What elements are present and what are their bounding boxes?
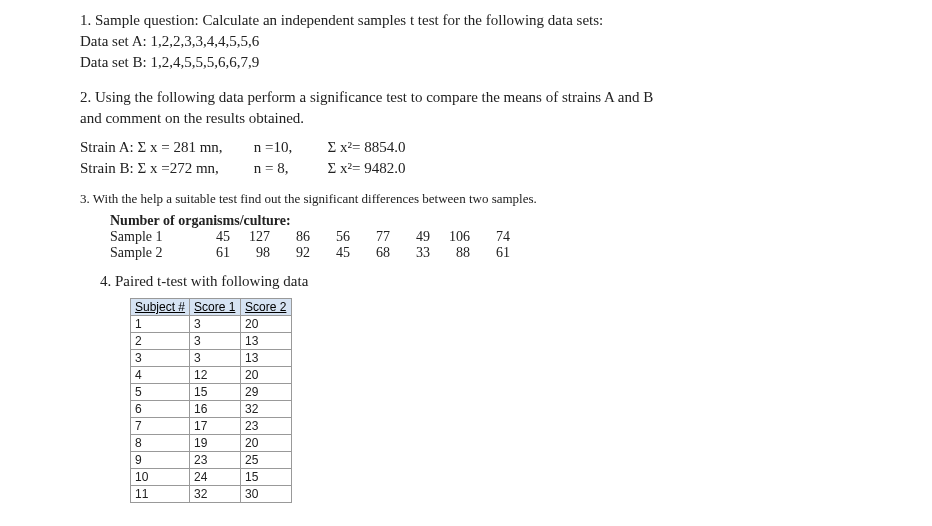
table-cell: 15 bbox=[241, 469, 292, 486]
table-cell: 16 bbox=[190, 401, 241, 418]
sample2-v1: 98 bbox=[230, 245, 270, 261]
strain-a-n: n =10, bbox=[254, 139, 324, 156]
table-cell: 3 bbox=[131, 350, 190, 367]
table-cell: 4 bbox=[131, 367, 190, 384]
table-cell: 5 bbox=[131, 384, 190, 401]
th-subject: Subject # bbox=[131, 299, 190, 316]
sample1-v2: 86 bbox=[270, 229, 310, 245]
sample2-label: Sample 2 bbox=[110, 245, 190, 261]
q4-prompt: 4. Paired t-test with following data bbox=[100, 273, 912, 290]
table-cell: 17 bbox=[190, 418, 241, 435]
question-2: 2. Using the following data perform a si… bbox=[80, 87, 912, 177]
table-cell: 19 bbox=[190, 435, 241, 452]
table-row: 61632 bbox=[131, 401, 292, 418]
sample1-v5: 49 bbox=[390, 229, 430, 245]
table-row: 113230 bbox=[131, 486, 292, 503]
table-cell: 24 bbox=[190, 469, 241, 486]
table-cell: 12 bbox=[190, 367, 241, 384]
table-cell: 3 bbox=[190, 350, 241, 367]
sample2-v4: 68 bbox=[350, 245, 390, 261]
table-cell: 2 bbox=[131, 333, 190, 350]
table-cell: 20 bbox=[241, 435, 292, 452]
sample1-row: Sample 1 45 127 86 56 77 49 106 74 bbox=[110, 229, 912, 245]
table-cell: 7 bbox=[131, 418, 190, 435]
sample1-v1: 127 bbox=[230, 229, 270, 245]
sample1-v0: 45 bbox=[190, 229, 230, 245]
table-cell: 32 bbox=[190, 486, 241, 503]
strain-a-sum: Strain A: Σ x = 281 mn, bbox=[80, 139, 250, 156]
table-cell: 8 bbox=[131, 435, 190, 452]
sample1-v7: 74 bbox=[470, 229, 510, 245]
table-row: 71723 bbox=[131, 418, 292, 435]
sample2-v7: 61 bbox=[470, 245, 510, 261]
table-row: 81920 bbox=[131, 435, 292, 452]
table-row: 3313 bbox=[131, 350, 292, 367]
table-cell: 13 bbox=[241, 350, 292, 367]
sample2-v5: 33 bbox=[390, 245, 430, 261]
table-cell: 20 bbox=[241, 367, 292, 384]
table-cell: 11 bbox=[131, 486, 190, 503]
sample2-v0: 61 bbox=[190, 245, 230, 261]
question-3: 3. With the help a suitable test find ou… bbox=[80, 191, 912, 261]
strain-b-row: Strain B: Σ x =272 mn, n = 8, Σ x²= 9482… bbox=[80, 160, 912, 177]
sample2-v3: 45 bbox=[310, 245, 350, 261]
q3-prompt: 3. With the help a suitable test find ou… bbox=[80, 191, 912, 207]
q1-data-b: Data set B: 1,2,4,5,5,5,6,6,7,9 bbox=[80, 52, 912, 73]
strain-b-n: n = 8, bbox=[254, 160, 324, 177]
strain-b-sumsq: Σ x²= 9482.0 bbox=[328, 160, 406, 177]
sample2-row: Sample 2 61 98 92 45 68 33 88 61 bbox=[110, 245, 912, 261]
question-4: 4. Paired t-test with following data bbox=[100, 273, 912, 290]
strain-a-sumsq: Σ x²= 8854.0 bbox=[328, 139, 406, 156]
strain-b-sum: Strain B: Σ x =272 mn, bbox=[80, 160, 250, 177]
sample1-v3: 56 bbox=[310, 229, 350, 245]
th-score1: Score 1 bbox=[190, 299, 241, 316]
q1-data-a: Data set A: 1,2,2,3,3,4,4,5,5,6 bbox=[80, 31, 912, 52]
table-cell: 13 bbox=[241, 333, 292, 350]
table-row: 2313 bbox=[131, 333, 292, 350]
table-row: 1320 bbox=[131, 316, 292, 333]
table-cell: 3 bbox=[190, 316, 241, 333]
q2-prompt-line2: and comment on the results obtained. bbox=[80, 108, 912, 129]
table-cell: 23 bbox=[241, 418, 292, 435]
table-cell: 15 bbox=[190, 384, 241, 401]
table-cell: 29 bbox=[241, 384, 292, 401]
table-row: 92325 bbox=[131, 452, 292, 469]
q2-prompt-line1: 2. Using the following data perform a si… bbox=[80, 87, 912, 108]
strain-a-row: Strain A: Σ x = 281 mn, n =10, Σ x²= 885… bbox=[80, 139, 912, 156]
paired-table: Subject # Score 1 Score 2 13202313331341… bbox=[130, 298, 292, 503]
question-1: 1. Sample question: Calculate an indepen… bbox=[80, 10, 912, 73]
q3-subheading: Number of organisms/culture: bbox=[110, 213, 912, 229]
sample1-v4: 77 bbox=[350, 229, 390, 245]
table-cell: 9 bbox=[131, 452, 190, 469]
sample2-v6: 88 bbox=[430, 245, 470, 261]
table-row: 102415 bbox=[131, 469, 292, 486]
table-row: 41220 bbox=[131, 367, 292, 384]
table-cell: 3 bbox=[190, 333, 241, 350]
th-score2: Score 2 bbox=[241, 299, 292, 316]
sample1-label: Sample 1 bbox=[110, 229, 190, 245]
table-header-row: Subject # Score 1 Score 2 bbox=[131, 299, 292, 316]
table-cell: 32 bbox=[241, 401, 292, 418]
table-cell: 10 bbox=[131, 469, 190, 486]
table-cell: 23 bbox=[190, 452, 241, 469]
table-cell: 30 bbox=[241, 486, 292, 503]
table-cell: 20 bbox=[241, 316, 292, 333]
table-cell: 6 bbox=[131, 401, 190, 418]
q1-prompt: 1. Sample question: Calculate an indepen… bbox=[80, 10, 912, 31]
sample2-v2: 92 bbox=[270, 245, 310, 261]
table-cell: 1 bbox=[131, 316, 190, 333]
table-row: 51529 bbox=[131, 384, 292, 401]
table-cell: 25 bbox=[241, 452, 292, 469]
sample1-v6: 106 bbox=[430, 229, 470, 245]
